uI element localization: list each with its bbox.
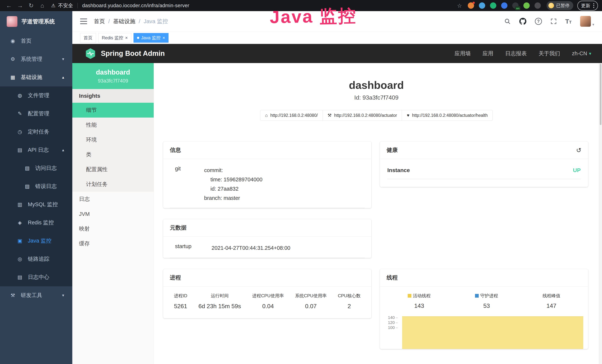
service-url-button[interactable]: ⌂ http://192.168.0.2:48080/ — [260, 110, 323, 121]
sba-logo-icon[interactable] — [85, 48, 96, 59]
menu-item-classes[interactable]: 类 — [72, 147, 154, 162]
app-logo[interactable]: 芋道管理系统 — [0, 11, 72, 32]
github-icon[interactable] — [519, 18, 526, 25]
tab-home[interactable]: 首页 — [80, 33, 96, 43]
sidebar-item-dev-tools[interactable]: ⚒ 研发工具 ▾ — [0, 286, 72, 304]
menu-item-caches[interactable]: 缓存 — [72, 236, 154, 251]
metadata-value: 2021-04-27T00:44:31.254+08:00 — [212, 243, 290, 253]
instance-header[interactable]: dashboard 93a3fc7f7409 — [72, 63, 154, 89]
hamburger-icon[interactable] — [80, 19, 87, 24]
menu-item-environment[interactable]: 环境 — [72, 132, 154, 147]
instance-main: dashboard Id: 93a3fc7f7409 ⌂ http://192.… — [154, 63, 599, 364]
extension-icon-5[interactable]: on — [512, 2, 519, 9]
close-icon[interactable]: × — [125, 35, 128, 40]
tab-java-monitor[interactable]: Java 监控 × — [133, 33, 169, 43]
sidebar-item-redis-monitor[interactable]: ◈ Redis 监控 — [0, 214, 72, 232]
git-commit-id: id: 27aa832 — [204, 184, 263, 193]
update-button[interactable]: 更新 — [577, 1, 598, 11]
dashboard-icon: ◉ — [10, 38, 16, 44]
close-icon[interactable]: × — [162, 35, 165, 40]
legend-daemon-threads: 守护进程 53 — [475, 293, 498, 309]
sidebar-item-label: 访问日志 — [35, 164, 57, 172]
update-label: 更新 — [581, 3, 590, 9]
extension-icon-6[interactable] — [523, 2, 530, 9]
menu-item-details[interactable]: 细节 — [72, 103, 154, 118]
health-instance-row: Instance UP — [387, 167, 581, 179]
menu-item-mappings[interactable]: 映射 — [72, 221, 154, 236]
sidebar-item-mysql-monitor[interactable]: ▥ MySQL 监控 — [0, 195, 72, 214]
browser-forward-icon[interactable]: → — [15, 2, 25, 9]
menu-item-scheduled-tasks[interactable]: 计划任务 — [72, 177, 154, 192]
sba-nav-about[interactable]: 关于我们 — [538, 50, 560, 57]
sidebar-item-label: 系统管理 — [21, 55, 42, 63]
sidebar-item-label: 基础设施 — [21, 74, 42, 81]
sidebar-item-infrastructure[interactable]: ▦ 基础设施 ▴ — [0, 68, 72, 86]
extension-icon-4[interactable] — [501, 2, 507, 9]
sidebar-item-file-management[interactable]: ◍ 文件管理 — [0, 86, 72, 105]
fullscreen-icon[interactable] — [550, 18, 557, 24]
git-commit-time: time: 1596289704000 — [204, 175, 263, 184]
search-icon[interactable] — [504, 18, 511, 25]
font-size-icon[interactable]: TT — [565, 18, 572, 25]
extension-icon-2[interactable] — [479, 2, 485, 9]
sba-nav-journal[interactable]: 日志报表 — [505, 50, 527, 57]
sidebar-item-config-management[interactable]: ✎ 配置管理 — [0, 105, 72, 123]
chevron-down-icon: ▾ — [62, 293, 64, 298]
menu-item-jvm[interactable]: JVM — [72, 207, 154, 221]
menu-item-logs[interactable]: 日志 — [72, 192, 154, 207]
breadcrumb-home[interactable]: 首页 — [94, 18, 105, 25]
address-url[interactable]: dashboard.yudao.iocoder.cn/infra/admin-s… — [82, 3, 189, 9]
infrastructure-icon: ▦ — [10, 74, 16, 80]
sidebar-item-system-management[interactable]: ⚙ 系统管理 ▾ — [0, 50, 72, 68]
sidebar-item-access-logs[interactable]: ▧ 访问日志 — [0, 159, 72, 177]
browser-reload-icon[interactable]: ↻ — [26, 2, 36, 9]
process-card: 进程 进程ID 5261 运行时间 6d 23h 15m 59s — [163, 269, 371, 318]
scrollbar-thumb[interactable] — [600, 64, 602, 125]
health-url-button[interactable]: ♥ http://192.168.0.2:48080/actuator/heal… — [402, 110, 493, 121]
chevron-up-icon: ▴ — [62, 148, 64, 152]
breadcrumb-infrastructure[interactable]: 基础设施 — [113, 18, 135, 25]
metric-value: 2 — [338, 303, 361, 310]
sba-nav-wallboard[interactable]: 应用墙 — [455, 50, 471, 57]
sidebar-item-tracing[interactable]: ◎ 链路追踪 — [0, 250, 72, 268]
user-menu[interactable]: ▾ — [580, 16, 594, 27]
browser-menu-icon[interactable] — [593, 3, 594, 8]
menu-item-config-props[interactable]: 配置属性 — [72, 162, 154, 177]
legend-value: 143 — [408, 302, 431, 309]
breadcrumb: 首页 基础设施 Java 监控 — [94, 18, 168, 25]
sba-nav-applications[interactable]: 应用 — [483, 50, 493, 57]
metric-value: 0.07 — [295, 303, 327, 310]
extension-icon-1[interactable] — [468, 2, 474, 9]
actuator-url-button[interactable]: ⚒ http://192.168.0.2:48080/actuator — [323, 110, 402, 121]
legend-square-blue — [475, 294, 479, 298]
site-security-chip[interactable]: ⚠ 不安全 dashboard.yudao.iocoder.cn/infra/a… — [51, 2, 189, 9]
legend-live-threads: 活动线程 143 — [408, 293, 431, 309]
process-metric-pid: 进程ID 5261 — [174, 293, 187, 310]
page-header: 首页 基础设施 Java 监控 ? TT — [72, 11, 602, 32]
clock-icon: ◷ — [17, 129, 23, 135]
sidebar-item-api-logs[interactable]: ▤ API 日志 ▴ — [0, 141, 72, 159]
tab-label: Redis 监控 — [102, 35, 123, 41]
tab-redis-monitor[interactable]: Redis 监控 × — [98, 33, 131, 43]
extension-icon-3[interactable] — [490, 2, 496, 9]
bookmark-star-icon[interactable]: ☆ — [457, 2, 462, 9]
browser-home-icon[interactable]: ⌂ — [37, 2, 47, 9]
menu-item-performance[interactable]: 性能 — [72, 118, 154, 132]
browser-back-icon[interactable]: ← — [4, 2, 14, 9]
scrollbar[interactable] — [599, 63, 602, 364]
process-metric-cpu-cores: CPU核心数 2 — [338, 293, 361, 310]
header-actions: ? TT ▾ — [504, 16, 594, 27]
locale-select[interactable]: zh-CN ▾ — [572, 50, 591, 57]
profile-paused-chip[interactable]: 已暂停 — [547, 1, 573, 10]
sidebar-item-error-logs[interactable]: ▨ 错误日志 — [0, 177, 72, 195]
sidebar-item-scheduled-tasks[interactable]: ◷ 定时任务 — [0, 123, 72, 141]
sba-title[interactable]: Spring Boot Admin — [101, 50, 165, 57]
help-icon[interactable]: ? — [535, 18, 542, 25]
sidebar-item-log-center[interactable]: ▤ 日志中心 — [0, 268, 72, 286]
metric-value: 0.04 — [252, 303, 284, 310]
sidebar-item-java-monitor[interactable]: ▣ Java 监控 — [0, 232, 72, 250]
sidebar-item-home[interactable]: ◉ 首页 — [0, 32, 72, 50]
extension-icon-7[interactable] — [535, 2, 541, 9]
history-icon[interactable]: ↺ — [576, 147, 582, 154]
legend-label: 活动线程 — [413, 293, 431, 299]
